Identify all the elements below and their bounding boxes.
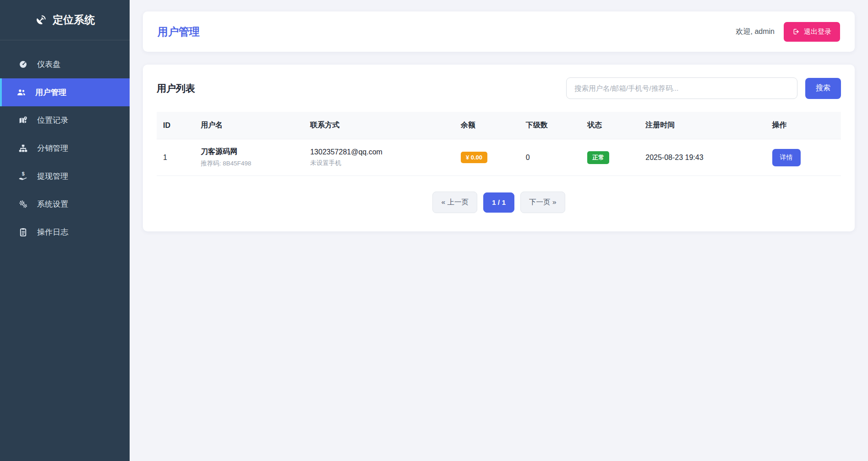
gauge-icon (18, 60, 28, 69)
app-title: 定位系统 (53, 13, 95, 27)
cell-id: 1 (157, 139, 194, 176)
sidebar-item-users[interactable]: 用户管理 (0, 78, 130, 106)
welcome-text: 欢迎, admin (736, 27, 775, 37)
sidebar-item-label: 分销管理 (37, 143, 68, 154)
cell-registered: 2025-08-23 19:43 (639, 139, 765, 176)
cell-status: 正常 (581, 139, 639, 176)
col-header-balance: 余额 (454, 112, 519, 139)
search-button[interactable]: 搜索 (805, 78, 841, 99)
map-marker-icon (18, 115, 28, 125)
user-table: ID 用户名 联系方式 余额 下级数 状态 注册时间 操作 1 刀客源码网 推荐… (157, 112, 841, 176)
next-page-button[interactable]: 下一页 » (520, 192, 565, 213)
users-icon (16, 88, 26, 97)
prev-page-button[interactable]: « 上一页 (432, 192, 477, 213)
sidebar-item-label: 操作日志 (37, 227, 68, 237)
col-header-subordinates: 下级数 (519, 112, 581, 139)
col-header-registered: 注册时间 (639, 112, 765, 139)
list-title: 用户列表 (157, 82, 195, 95)
sidebar-menu: 仪表盘 用户管理 位置记录 分销管理 $ 提现管理 (0, 40, 130, 246)
col-header-status: 状态 (581, 112, 639, 139)
sidebar-item-label: 用户管理 (35, 87, 66, 98)
sidebar-item-label: 仪表盘 (37, 59, 60, 70)
detail-button[interactable]: 详情 (772, 149, 801, 166)
sidebar-item-settings[interactable]: 系统设置 (0, 190, 130, 218)
table-header: ID 用户名 联系方式 余额 下级数 状态 注册时间 操作 (157, 112, 841, 139)
balance-badge: ¥ 0.00 (461, 152, 487, 163)
gears-icon (18, 199, 28, 209)
sidebar-item-dashboard[interactable]: 仪表盘 (0, 50, 130, 78)
col-header-contact: 联系方式 (304, 112, 454, 139)
sidebar-item-operation-logs[interactable]: 操作日志 (0, 218, 130, 246)
app-logo: 定位系统 (0, 0, 130, 40)
email-text: 1302357281@qq.com (310, 148, 448, 156)
table-row: 1 刀客源码网 推荐码: 8B45F498 1302357281@qq.com … (157, 139, 841, 176)
col-header-id: ID (157, 112, 194, 139)
hand-holding-dollar-icon: $ (18, 171, 28, 181)
cell-actions: 详情 (766, 139, 841, 176)
sidebar-item-label: 提现管理 (37, 171, 68, 181)
sidebar: 定位系统 仪表盘 用户管理 位置记录 分销管理 (0, 0, 130, 461)
cell-balance: ¥ 0.00 (454, 139, 519, 176)
logout-button[interactable]: 退出登录 (784, 22, 840, 42)
sidebar-item-label: 系统设置 (37, 199, 68, 209)
list-head: 用户列表 搜索 (157, 77, 841, 99)
sitemap-icon (18, 143, 28, 153)
satellite-dish-icon (35, 14, 47, 26)
current-page-indicator[interactable]: 1 / 1 (483, 192, 514, 213)
col-header-username: 用户名 (194, 112, 304, 139)
referral-code-text: 推荐码: 8B45F498 (201, 159, 297, 168)
sign-out-icon (792, 28, 800, 35)
sidebar-item-distribution[interactable]: 分销管理 (0, 134, 130, 162)
topbar: 用户管理 欢迎, admin 退出登录 (143, 11, 855, 52)
search-bar: 搜索 (566, 77, 841, 99)
phone-status-text: 未设置手机 (310, 159, 448, 167)
content-area: 用户管理 欢迎, admin 退出登录 用户列表 搜索 (130, 0, 868, 461)
sidebar-item-withdrawals[interactable]: $ 提现管理 (0, 162, 130, 190)
sidebar-item-location-records[interactable]: 位置记录 (0, 106, 130, 134)
logout-label: 退出登录 (804, 27, 831, 36)
sidebar-item-label: 位置记录 (37, 115, 68, 126)
clipboard-list-icon (18, 227, 28, 237)
username-text: 刀客源码网 (201, 147, 297, 157)
page-title: 用户管理 (158, 25, 200, 39)
pagination: « 上一页 1 / 1 下一页 » (157, 192, 841, 213)
search-input[interactable] (566, 77, 797, 99)
user-list-card: 用户列表 搜索 ID 用户名 联系方式 余额 下级数 状态 注册时间 (143, 65, 855, 231)
col-header-actions: 操作 (766, 112, 841, 139)
status-badge: 正常 (587, 151, 609, 164)
svg-text:$: $ (22, 171, 25, 176)
cell-contact: 1302357281@qq.com 未设置手机 (304, 139, 454, 176)
cell-username: 刀客源码网 推荐码: 8B45F498 (194, 139, 304, 176)
topbar-right: 欢迎, admin 退出登录 (736, 22, 840, 42)
cell-subordinates: 0 (519, 139, 581, 176)
